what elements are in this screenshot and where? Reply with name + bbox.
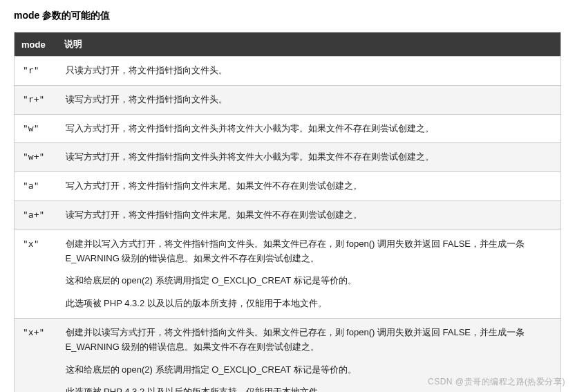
table-row: "r+"读写方式打开，将文件指针指向文件头。: [15, 85, 561, 114]
mode-cell: "a+": [15, 200, 57, 230]
page-content: mode 参数的可能的值 mode 说明 "r"只读方式打开，将文件指针指向文件…: [0, 0, 575, 392]
section-heading: mode 参数的可能的值: [14, 10, 561, 22]
description-paragraph: 写入方式打开，将文件指针指向文件末尾。如果文件不存在则尝试创建之。: [66, 179, 553, 194]
mode-table: mode 说明 "r"只读方式打开，将文件指针指向文件头。"r+"读写方式打开，…: [14, 32, 561, 392]
mode-cell: "r+": [15, 85, 57, 114]
mode-cell: "x+": [15, 318, 57, 392]
table-row: "w"写入方式打开，将文件指针指向文件头并将文件大小截为零。如果文件不存在则尝试…: [15, 114, 561, 143]
mode-cell: "a": [15, 172, 57, 201]
mode-cell: "x": [15, 230, 57, 318]
table-row: "w+"读写方式打开，将文件指针指向文件头并将文件大小截为零。如果文件不存在则尝…: [15, 143, 561, 172]
table-body: "r"只读方式打开，将文件指针指向文件头。"r+"读写方式打开，将文件指针指向文…: [15, 57, 561, 393]
description-paragraph: 读写方式打开，将文件指针指向文件头并将文件大小截为零。如果文件不存在则尝试创建之…: [66, 150, 553, 165]
description-cell: 读写方式打开，将文件指针指向文件头并将文件大小截为零。如果文件不存在则尝试创建之…: [57, 143, 561, 172]
table-row: "r"只读方式打开，将文件指针指向文件头。: [15, 57, 561, 86]
mode-cell: "r": [15, 57, 57, 86]
description-paragraph: 读写方式打开，将文件指针指向文件末尾。如果文件不存在则尝试创建之。: [66, 208, 553, 223]
description-paragraph: 这和给底层的 open(2) 系统调用指定 O_EXCL|O_CREAT 标记是…: [66, 274, 553, 288]
column-header-desc: 说明: [57, 32, 561, 57]
description-paragraph: 创建并以读写方式打开，将文件指针指向文件头。如果文件已存在，则 fopen() …: [66, 326, 553, 355]
column-header-mode: mode: [15, 32, 57, 57]
mode-cell: "w": [15, 114, 57, 143]
description-paragraph: 读写方式打开，将文件指针指向文件头。: [66, 93, 553, 107]
description-cell: 只读方式打开，将文件指针指向文件头。: [57, 57, 561, 86]
table-header-row: mode 说明: [15, 32, 561, 57]
description-cell: 写入方式打开，将文件指针指向文件头并将文件大小截为零。如果文件不存在则尝试创建之…: [57, 114, 561, 143]
mode-cell: "w+": [15, 143, 57, 172]
description-paragraph: 写入方式打开，将文件指针指向文件头并将文件大小截为零。如果文件不存在则尝试创建之…: [66, 122, 553, 136]
description-paragraph: 此选项被 PHP 4.3.2 以及以后的版本所支持，仅能用于本地文件。: [66, 297, 553, 311]
table-row: "a+"读写方式打开，将文件指针指向文件末尾。如果文件不存在则尝试创建之。: [15, 200, 561, 230]
table-row: "a"写入方式打开，将文件指针指向文件末尾。如果文件不存在则尝试创建之。: [15, 172, 561, 201]
description-cell: 创建并以写入方式打开，将文件指针指向文件头。如果文件已存在，则 fopen() …: [57, 230, 561, 318]
description-cell: 写入方式打开，将文件指针指向文件末尾。如果文件不存在则尝试创建之。: [57, 172, 561, 201]
description-cell: 创建并以读写方式打开，将文件指针指向文件头。如果文件已存在，则 fopen() …: [57, 318, 561, 392]
description-cell: 读写方式打开，将文件指针指向文件头。: [57, 85, 561, 114]
table-row: "x"创建并以写入方式打开，将文件指针指向文件头。如果文件已存在，则 fopen…: [15, 230, 561, 318]
table-row: "x+"创建并以读写方式打开，将文件指针指向文件头。如果文件已存在，则 fope…: [15, 318, 561, 392]
description-paragraph: 这和给底层的 open(2) 系统调用指定 O_EXCL|O_CREAT 标记是…: [66, 363, 553, 377]
description-paragraph: 只读方式打开，将文件指针指向文件头。: [66, 64, 553, 78]
description-paragraph: 此选项被 PHP 4.3.2 以及以后的版本所支持，仅能用于本地文件。: [66, 385, 553, 392]
description-cell: 读写方式打开，将文件指针指向文件末尾。如果文件不存在则尝试创建之。: [57, 200, 561, 230]
description-paragraph: 创建并以写入方式打开，将文件指针指向文件头。如果文件已存在，则 fopen() …: [66, 237, 553, 266]
